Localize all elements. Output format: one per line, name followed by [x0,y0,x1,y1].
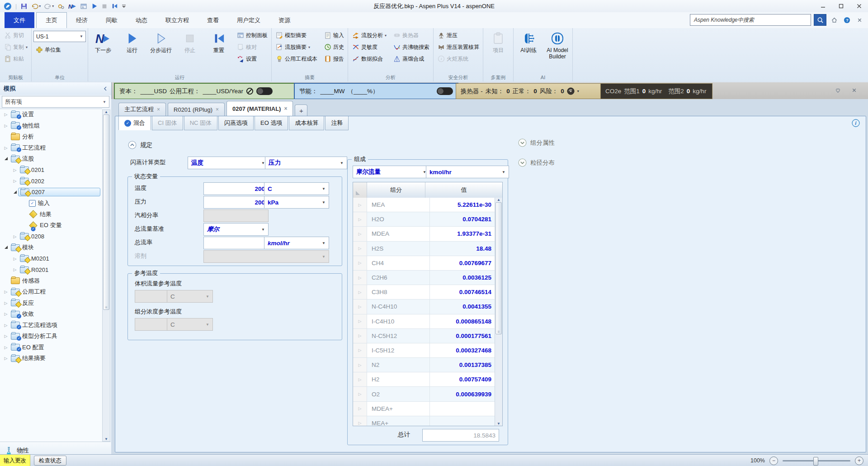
component-name-cell[interactable]: H2O [367,212,430,226]
tree-item-inner[interactable]: ✓EO 配置 [9,343,100,352]
doc-tab-1[interactable]: 主工艺流程× [118,103,166,116]
scroll-up-icon[interactable]: ▲ [104,110,108,114]
tree-item-inner[interactable]: 流股 [9,154,100,163]
collapse-section-icon[interactable] [128,141,137,149]
expander-collapsed-icon[interactable]: ▷ [12,257,18,261]
sheet-tab-注释[interactable]: 注释 [325,116,349,130]
expander-collapsed-icon[interactable]: ▷ [12,234,18,239]
row-expander-icon[interactable]: ▷ [353,358,367,372]
redo-button[interactable]: ▾ [43,1,55,11]
expand-section-icon[interactable] [518,158,527,167]
tree-item-反应[interactable]: ▷反应 [0,298,102,309]
doc-tab-3[interactable]: 0207 (MATERIAL)× [226,101,293,116]
tree-item-EO 变量[interactable]: ✓EO 变量 [0,220,102,231]
energy-toggle[interactable] [437,87,453,95]
component-name-cell[interactable]: MEA+ [367,416,430,426]
ribbon-button-distill[interactable]: 蒸馏合成 [391,53,431,64]
component-name-cell[interactable]: C2H6 [367,271,430,285]
tree-item-inner[interactable]: 0201 [18,166,100,174]
component-name-cell[interactable]: O2 [367,387,430,401]
component-name-cell[interactable]: MEA [367,198,430,212]
component-value-cell[interactable]: 0.0704281 [430,212,495,226]
ribbon-bigbutton-step-big[interactable]: 分步运行 [148,29,174,53]
value-column-header[interactable]: 值 [425,182,502,198]
expander-collapsed-icon[interactable]: ▷ [12,179,18,183]
expander-collapsed-icon[interactable]: ▷ [3,301,9,305]
close-tab-icon[interactable]: × [216,106,219,113]
tree-item-inner[interactable]: 0207 [18,188,100,196]
row-expander-icon[interactable]: ▷ [353,198,367,212]
run-button[interactable] [90,1,99,11]
economics-toggle[interactable] [256,87,273,95]
total-flow-unit-dropdown[interactable]: kmol/hr▼ [264,237,329,249]
ribbon-button-history[interactable]: 历史 [322,42,346,52]
expander-collapsed-icon[interactable]: ▷ [3,334,9,338]
row-expander-icon[interactable]: ▷ [353,343,367,357]
flash-type-1-dropdown[interactable]: 温度▼ [188,157,269,169]
menu-tab-2[interactable]: 主页 [36,12,67,28]
tree-item-M0201[interactable]: ▷M0201 [0,253,102,265]
close-tab-icon[interactable]: × [157,106,160,113]
tree-item-inner[interactable]: 结果 [27,210,100,219]
ribbon-button-bulb[interactable]: 公用工程成本 [274,53,319,64]
temperature-input[interactable]: 200 [203,182,269,195]
component-value-cell[interactable] [430,402,495,416]
tree-item-0202[interactable]: ▷0202 [0,176,102,187]
component-column-header[interactable]: 组分 [367,182,425,198]
expander-collapsed-icon[interactable]: ▷ [3,290,9,294]
expander-expanded-icon[interactable] [3,157,9,161]
help-icon[interactable]: ? [842,15,852,25]
save-button[interactable] [19,1,28,11]
component-value-cell[interactable]: 0.000639939 [430,387,495,401]
ribbon-button-model-summary[interactable]: 模型摘要 [274,30,319,41]
stop-button[interactable] [100,1,108,11]
collapse-sidebar-icon[interactable] [103,86,108,91]
tree-item-流股[interactable]: 流股 [0,153,102,165]
gears-button[interactable] [57,1,66,11]
strip-close-icon[interactable] [851,87,857,94]
ribbon-bigbutton-next-big[interactable]: N下一步 [90,29,116,53]
ribbon-button-sensitivity[interactable]: 灵敏度 [350,42,388,52]
tree-item-inner[interactable]: 结果摘要 [9,354,100,363]
tree-item-模型分析工具[interactable]: ▷✓模型分析工具 [0,331,102,342]
component-value-cell[interactable]: 0.000177561 [430,329,495,343]
close-tab-icon[interactable]: × [284,105,287,112]
component-value-cell[interactable]: 0.00757409 [430,372,495,386]
row-expander-icon[interactable]: ▷ [353,387,367,401]
tree-item-inner[interactable]: ✓工艺流程选项 [9,321,100,330]
knowledge-search-input[interactable]: Aspen Knowledge中搜索 [690,14,811,26]
tree-item-结果摘要[interactable]: ▷结果摘要 [0,353,102,364]
composition-scrollbar[interactable]: ▲ ≡ ▼ [495,198,502,426]
tree-item-inner[interactable]: 0208 [18,233,100,240]
composition-scrollbar-thumb[interactable]: ≡ [495,202,502,334]
tree-item-工艺流程选项[interactable]: ▷✓工艺流程选项 [0,320,102,331]
tree-item-inner[interactable]: ✓设置 [9,110,100,119]
row-expander-icon[interactable]: ▷ [353,329,367,343]
particle-size-section[interactable]: 粒径分布 [518,158,555,167]
component-value-cell[interactable]: 1.93377e-31 [430,227,495,241]
expander-collapsed-icon[interactable]: ▷ [3,345,9,350]
close-button[interactable] [850,0,868,12]
expander-collapsed-icon[interactable]: ▷ [3,146,9,150]
tree-filter-dropdown[interactable]: 所有项 ▼ [2,96,109,108]
expander-collapsed-icon[interactable]: ▷ [3,323,9,328]
more-button[interactable] [121,1,127,11]
row-expander-icon[interactable]: ▷ [353,285,367,299]
menu-tab-9[interactable]: 资源 [269,12,299,28]
tree-item-0207[interactable]: 0207 [0,187,102,198]
info-icon[interactable]: i [852,119,860,127]
zoom-slider[interactable] [783,460,850,461]
row-expander-icon[interactable]: ▷ [353,300,367,314]
scroll-up-icon[interactable]: ▲ [497,198,500,202]
ribbon-bigbutton-run-big[interactable]: 运行 [119,29,145,53]
ribbon-bigbutton-reset-big[interactable]: 重置 [206,29,232,53]
component-value-cell[interactable]: 0.0036125 [430,271,495,285]
expander-expanded-icon[interactable] [3,245,9,250]
component-value-cell[interactable]: 5.22611e-30 [430,198,495,212]
expander-collapsed-icon[interactable]: ▷ [12,168,18,172]
scroll-down-icon[interactable]: ▼ [104,437,108,441]
tree-item-公用工程[interactable]: ▷公用工程 [0,286,102,298]
tree-scrollbar-thumb[interactable]: ≡ [103,114,109,310]
composition-basis-dropdown[interactable]: 摩尔流量▼ [353,166,430,178]
tree-item-inner[interactable]: M0201 [18,255,100,262]
